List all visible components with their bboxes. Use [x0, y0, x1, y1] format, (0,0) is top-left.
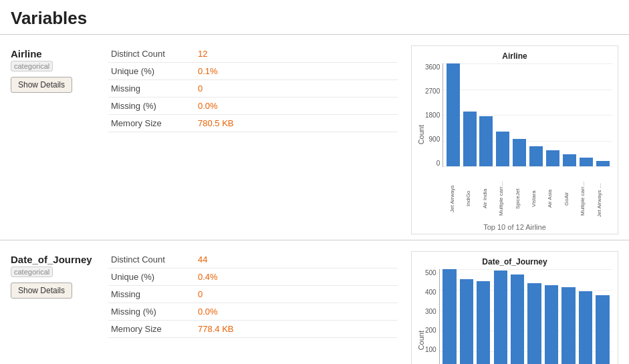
bar-rect [513, 139, 526, 166]
x-tick-label: Multiple carr… [580, 180, 596, 217]
stat-label: Distinct Count [108, 251, 195, 268]
x-tick-label: Vistara [531, 180, 547, 217]
page-title: Variables [0, 0, 629, 34]
stat-row: Unique (%)0.1% [108, 63, 398, 80]
variable-left-airline: AirlinecategoricalShow Details [11, 45, 98, 234]
stat-value: 0.1% [195, 63, 398, 80]
stat-value: 778.4 KB [195, 321, 398, 338]
chart-container: Date_of_JourneyCount500400300200100018/0… [411, 251, 618, 364]
stat-value: 0.0% [195, 98, 398, 115]
y-tick-label: 500 [425, 269, 436, 277]
variable-type: categorical [11, 266, 53, 277]
stat-value: 780.5 KB [195, 115, 398, 132]
y-tick-label: 0 [436, 160, 441, 167]
bar-rect [496, 132, 509, 166]
stat-label: Unique (%) [108, 268, 195, 286]
x-tick-label: Jet Airways [449, 180, 465, 217]
show-details-button[interactable]: Show Details [11, 77, 72, 93]
bar-item [511, 63, 528, 166]
bar-rect [563, 154, 576, 167]
stat-row: Missing0 [108, 286, 398, 303]
y-tick-label: 300 [425, 308, 436, 315]
bar-item [543, 269, 559, 364]
bar-rect [477, 281, 490, 364]
stat-label: Missing (%) [108, 303, 195, 321]
bar-rect [527, 283, 541, 364]
x-tick-label: IndiGo [465, 180, 481, 217]
x-tick-label: GoAir [563, 180, 580, 217]
variable-type: categorical [11, 61, 53, 71]
bar-rect [443, 269, 456, 364]
y-tick-label: 200 [425, 327, 436, 334]
show-details-button[interactable]: Show Details [11, 283, 72, 299]
stat-row: Memory Size778.4 KB [108, 321, 398, 338]
bar-rect [460, 279, 473, 365]
x-tick-label: Air Asia [547, 180, 563, 217]
variable-section-date_of_journey: Date_of_JourneycategoricalShow DetailsDi… [0, 240, 629, 364]
stat-row: Missing0 [108, 80, 398, 98]
bar-item [594, 63, 611, 166]
variable-name: Airline [11, 48, 98, 59]
y-axis: 3600270018009000 [425, 63, 443, 167]
stat-label: Memory Size [108, 115, 195, 132]
chart-caption: Top 10 of 12 Airline [417, 223, 612, 231]
bar-rect [494, 270, 507, 364]
y-tick-label: 1800 [425, 112, 440, 119]
bar-rect [561, 287, 575, 364]
bar-rect [529, 146, 543, 166]
bar-item [475, 269, 492, 364]
variable-chart-airline: AirlineCount3600270018009000Jet AirwaysI… [411, 45, 618, 234]
stat-value: 0 [195, 286, 398, 303]
x-tick-label: Multiple carr… [498, 180, 514, 217]
stat-label: Unique (%) [108, 63, 195, 80]
stat-value: 12 [195, 45, 398, 63]
y-axis: 5004003002001000 [425, 269, 439, 364]
bar-rect [579, 291, 592, 364]
chart-title: Airline [417, 51, 612, 61]
chart-title: Date_of_Journey [417, 257, 612, 266]
stats-table: Distinct Count44Unique (%)0.4%Missing0Mi… [108, 251, 398, 338]
bar-item [526, 269, 543, 364]
chart-container: AirlineCount3600270018009000Jet AirwaysI… [411, 45, 618, 234]
y-tick-label: 400 [425, 289, 436, 296]
variable-left-date_of_journey: Date_of_JourneycategoricalShow Details [11, 251, 98, 364]
variable-stats-airline: Distinct Count12Unique (%)0.1%Missing0Mi… [98, 45, 411, 234]
bar-item [561, 63, 578, 166]
variable-stats-date_of_journey: Distinct Count44Unique (%)0.4%Missing0Mi… [98, 251, 411, 364]
stat-label: Missing [108, 80, 195, 98]
stat-value: 0.0% [195, 303, 398, 321]
bar-item [495, 63, 511, 166]
y-tick-label: 100 [425, 346, 436, 353]
bar-rect [545, 285, 558, 364]
variable-chart-date_of_journey: Date_of_JourneyCount500400300200100018/0… [411, 251, 618, 364]
bar-item [545, 63, 561, 166]
bar-rect [479, 116, 493, 166]
bar-item [528, 63, 545, 166]
stat-row: Missing (%)0.0% [108, 303, 398, 321]
stat-label: Distinct Count [108, 45, 195, 63]
x-tick-label: Jet Airways B… [596, 180, 612, 217]
bar-item [492, 269, 509, 364]
bar-rect [596, 161, 610, 166]
y-tick-label: 900 [429, 136, 441, 143]
stat-row: Memory Size780.5 KB [108, 115, 398, 132]
bar-rect [596, 295, 609, 364]
stat-value: 0 [195, 80, 398, 98]
bar-item [441, 269, 458, 364]
variable-section-airline: AirlinecategoricalShow DetailsDistinct C… [0, 34, 629, 240]
y-axis-label: Count [417, 331, 425, 350]
bar-rect [580, 158, 593, 166]
bar-item [445, 63, 461, 166]
bar-item [577, 269, 594, 364]
bar-item [478, 63, 495, 166]
stat-label: Missing (%) [108, 98, 195, 115]
bar-rect [511, 275, 524, 364]
stat-label: Memory Size [108, 321, 195, 338]
stat-row: Unique (%)0.4% [108, 268, 398, 286]
bar-rect [447, 63, 460, 166]
bar-rect [546, 150, 559, 166]
variable-name: Date_of_Journey [11, 254, 98, 265]
stat-label: Missing [108, 286, 195, 303]
bar-item [509, 269, 525, 364]
bar-item [461, 63, 478, 166]
